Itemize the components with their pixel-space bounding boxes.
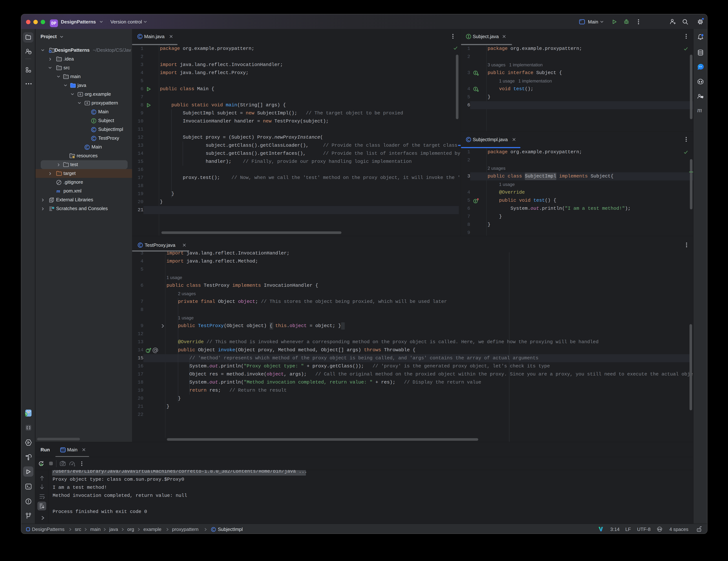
svg-text:m: m bbox=[56, 188, 60, 193]
svg-text:m: m bbox=[697, 107, 702, 113]
